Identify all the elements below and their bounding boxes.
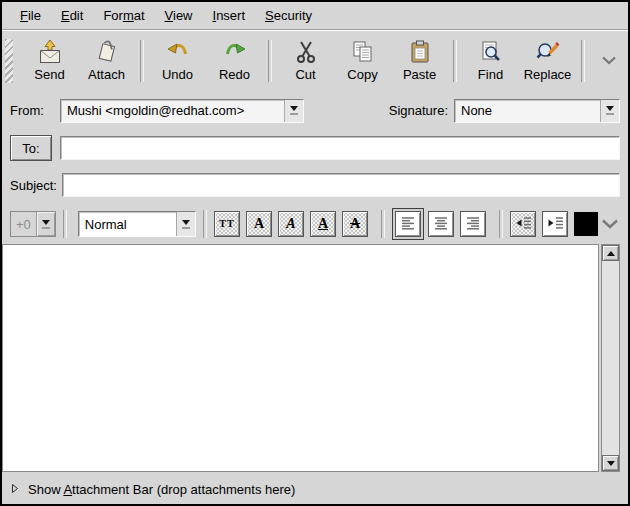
align-right-icon bbox=[465, 215, 481, 234]
toolbar-overflow-button[interactable] bbox=[598, 49, 620, 72]
from-label: From: bbox=[10, 103, 60, 118]
message-body[interactable] bbox=[2, 244, 599, 472]
attach-button[interactable]: Attach bbox=[78, 36, 135, 86]
cut-button[interactable]: Cut bbox=[277, 36, 334, 86]
copy-button[interactable]: Copy bbox=[334, 36, 391, 86]
menu-security[interactable]: Security bbox=[255, 4, 322, 27]
to-input[interactable] bbox=[60, 136, 620, 160]
menu-file[interactable]: File bbox=[10, 4, 51, 27]
attachment-bar-label: Show Attachment Bar (drop attachments he… bbox=[28, 482, 295, 497]
signature-select-value: None bbox=[455, 100, 600, 122]
typewriter-icon: TT bbox=[219, 219, 234, 229]
find-icon bbox=[478, 39, 504, 66]
paste-icon bbox=[407, 39, 433, 66]
vertical-scrollbar[interactable] bbox=[601, 244, 620, 472]
attachment-bar-toggle[interactable]: Show Attachment Bar (drop attachments he… bbox=[2, 474, 628, 504]
arrow-up-icon bbox=[607, 251, 615, 256]
strikethrough-button[interactable]: A bbox=[342, 211, 368, 237]
redo-icon bbox=[222, 39, 248, 66]
align-left-button[interactable] bbox=[395, 211, 421, 237]
toolbar-separator bbox=[453, 40, 457, 82]
combo-arrow-icon bbox=[284, 100, 303, 122]
align-left-selected-frame bbox=[392, 208, 424, 240]
send-button[interactable]: Send bbox=[21, 36, 78, 86]
copy-button-label: Copy bbox=[347, 68, 377, 82]
arrow-down-icon bbox=[607, 461, 615, 466]
paragraph-style-select[interactable]: Normal bbox=[78, 211, 196, 237]
scrollbar-thumb[interactable] bbox=[602, 261, 619, 455]
subject-input[interactable] bbox=[62, 173, 620, 197]
italic-button[interactable]: A bbox=[278, 211, 304, 237]
format-separator bbox=[63, 210, 67, 238]
signature-label: Signature: bbox=[389, 103, 454, 118]
align-center-icon bbox=[433, 215, 449, 234]
combo-arrow-icon bbox=[176, 212, 195, 236]
bold-icon: A bbox=[254, 217, 264, 231]
subject-row: Subject: bbox=[2, 166, 628, 204]
cut-button-label: Cut bbox=[295, 68, 315, 82]
unindent-icon bbox=[515, 215, 532, 234]
replace-button[interactable]: Replace bbox=[519, 36, 576, 86]
chevron-down-icon bbox=[602, 217, 618, 232]
typewriter-button[interactable]: TT bbox=[214, 211, 240, 237]
undo-icon bbox=[165, 39, 191, 66]
combo-arrow-icon bbox=[600, 100, 619, 122]
underline-icon: A bbox=[318, 217, 328, 231]
attach-button-label: Attach bbox=[88, 68, 125, 82]
unindent-button[interactable] bbox=[510, 211, 536, 237]
align-left-icon bbox=[400, 215, 416, 234]
from-select[interactable]: Mushi <mgoldin@redhat.com> bbox=[60, 99, 304, 123]
indent-icon bbox=[547, 215, 564, 234]
font-size-select[interactable]: +0 bbox=[10, 211, 56, 237]
format-separator bbox=[499, 210, 503, 238]
font-size-value: +0 bbox=[11, 212, 36, 236]
align-right-button[interactable] bbox=[460, 211, 486, 237]
replace-icon bbox=[535, 39, 561, 66]
redo-button[interactable]: Redo bbox=[206, 36, 263, 86]
toolbar-separator bbox=[268, 40, 272, 82]
format-separator bbox=[381, 210, 385, 238]
indent-button[interactable] bbox=[542, 211, 568, 237]
redo-button-label: Redo bbox=[219, 68, 250, 82]
menu-bar: File Edit Format View Insert Security bbox=[2, 2, 628, 30]
toolbar-separator bbox=[581, 40, 585, 82]
align-center-button[interactable] bbox=[428, 211, 454, 237]
bold-button[interactable]: A bbox=[246, 211, 272, 237]
format-toolbar: +0 Normal TT A A A A bbox=[2, 204, 628, 244]
from-row: From: Mushi <mgoldin@redhat.com> Signatu… bbox=[2, 91, 628, 130]
send-button-label: Send bbox=[34, 68, 64, 82]
toolbar-separator bbox=[140, 40, 144, 82]
signature-select[interactable]: None bbox=[454, 99, 620, 123]
undo-button[interactable]: Undo bbox=[149, 36, 206, 86]
to-button[interactable]: To: bbox=[10, 135, 52, 161]
italic-icon: A bbox=[286, 217, 295, 231]
replace-button-label: Replace bbox=[524, 68, 572, 82]
menu-view[interactable]: View bbox=[155, 4, 203, 27]
scroll-down-button[interactable] bbox=[602, 455, 619, 471]
format-overflow-button[interactable] bbox=[600, 215, 620, 234]
find-button-label: Find bbox=[478, 68, 503, 82]
message-area bbox=[2, 244, 628, 474]
subject-label: Subject: bbox=[10, 178, 62, 193]
chevron-down-icon bbox=[602, 53, 616, 68]
menu-insert[interactable]: Insert bbox=[203, 4, 256, 27]
cut-icon bbox=[293, 39, 319, 66]
mail-composer-window: File Edit Format View Insert Security Se… bbox=[0, 0, 630, 506]
combo-arrow-icon bbox=[36, 212, 55, 236]
underline-button[interactable]: A bbox=[310, 211, 336, 237]
font-color-swatch[interactable] bbox=[574, 212, 598, 236]
paste-button-label: Paste bbox=[403, 68, 436, 82]
strikethrough-icon: A bbox=[350, 217, 360, 231]
scroll-up-button[interactable] bbox=[602, 245, 619, 261]
menu-edit[interactable]: Edit bbox=[51, 4, 93, 27]
find-button[interactable]: Find bbox=[462, 36, 519, 86]
format-separator bbox=[203, 210, 207, 238]
menu-format[interactable]: Format bbox=[93, 4, 154, 27]
attach-icon bbox=[94, 39, 120, 66]
paste-button[interactable]: Paste bbox=[391, 36, 448, 86]
main-toolbar: Send Attach Undo Redo Cut bbox=[2, 30, 628, 91]
expander-triangle-icon bbox=[11, 482, 19, 497]
toolbar-drag-handle[interactable] bbox=[5, 39, 13, 83]
to-row: To: bbox=[2, 130, 628, 166]
paragraph-style-value: Normal bbox=[79, 212, 176, 236]
